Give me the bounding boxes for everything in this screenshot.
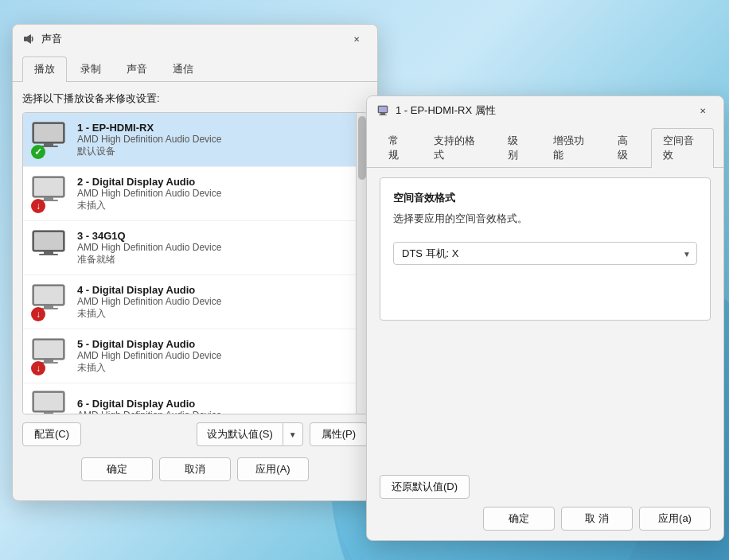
tab-enhancements[interactable]: 增强功能 (541, 128, 604, 167)
props-ok-row: 确定 取 消 应用(a) (380, 507, 711, 531)
svg-marker-1 (27, 34, 31, 44)
props-cancel-button[interactable]: 取 消 (561, 507, 633, 531)
device-item-3[interactable]: 3 - 34G1Q AMD High Definition Audio Devi… (23, 221, 367, 275)
instructions-text: 选择以下播放设备来修改设置: (22, 82, 368, 112)
device-name-2: 2 - Digital Display Audio (77, 176, 359, 188)
set-default-arrow-button[interactable]: ▼ (283, 422, 303, 446)
device-info-6: 6 - Digital Display Audio AMD High Defin… (77, 398, 359, 415)
props-ok-button[interactable]: 确定 (483, 507, 555, 531)
svg-rect-16 (44, 305, 53, 308)
svg-rect-23 (34, 393, 63, 410)
sound-dialog-title: 声音 (41, 32, 345, 46)
sound-titlebar-controls: ✕ (345, 30, 368, 48)
device-status-4: 未插入 (77, 307, 359, 321)
scrollbar-thumb[interactable] (358, 116, 366, 180)
device-status-2: 未插入 (77, 199, 359, 212)
props-icon (376, 104, 389, 117)
spatial-format-select[interactable]: DTS 耳机: X 关闭 Windows Sonic 耳机 (393, 242, 697, 265)
svg-rect-27 (379, 107, 387, 112)
props-tabs: 常规 支持的格式 级别 增强功能 高级 空间音效 (367, 125, 723, 168)
device-info-4: 4 - Digital Display Audio AMD High Defin… (77, 284, 359, 321)
props-dialog-content: 空间音效格式 选择要应用的空间音效格式。 DTS 耳机: X 关闭 Window… (367, 177, 723, 333)
device-item-5[interactable]: ↓ 5 - Digital Display Audio AMD High Def… (23, 329, 367, 383)
tab-sounds[interactable]: 声音 (115, 56, 159, 81)
svg-rect-0 (24, 37, 27, 41)
spatial-title: 空间音效格式 (393, 191, 697, 205)
props-apply-button[interactable]: 应用(a) (639, 507, 711, 531)
restore-btn-row: 还原默认值(D) (380, 475, 711, 499)
sound-dialog: 声音 ✕ 播放 录制 声音 通信 选择以下播放设备来修改设置: (12, 24, 378, 501)
device-driver-3: AMD High Definition Audio Device (77, 242, 359, 253)
device-info-2: 2 - Digital Display Audio AMD High Defin… (77, 176, 359, 212)
set-default-split: 设为默认值(S) ▼ (197, 422, 302, 446)
configure-button[interactable]: 配置(C) (22, 422, 81, 446)
svg-rect-12 (44, 251, 53, 254)
device-list-scrollbar[interactable] (356, 113, 367, 414)
svg-rect-24 (44, 412, 53, 414)
device-item-1[interactable]: ✓ 1 - EP-HDMI-RX AMD High Definition Aud… (23, 113, 367, 167)
svg-rect-3 (34, 124, 63, 142)
tab-playback[interactable]: 播放 (22, 56, 67, 82)
set-default-button[interactable]: 设为默认值(S) (197, 422, 282, 446)
footer-row-1: 配置(C) 设为默认值(S) ▼ 属性(P) (22, 422, 368, 446)
tab-general[interactable]: 常规 (376, 128, 420, 167)
device-driver-5: AMD High Definition Audio Device (77, 350, 359, 361)
status-badge-4: ↓ (31, 307, 45, 321)
properties-button[interactable]: 属性(P) (310, 422, 368, 446)
svg-rect-4 (44, 143, 53, 146)
device-name-5: 5 - Digital Display Audio (77, 338, 359, 350)
device-info-3: 3 - 34G1Q AMD High Definition Audio Devi… (77, 230, 359, 266)
ok-cancel-row: 确定 取消 应用(A) (22, 454, 368, 481)
device-driver-2: AMD High Definition Audio Device (77, 188, 359, 199)
props-dialog: 1 - EP-HDMI-RX 属性 ✕ 常规 支持的格式 级别 增强功能 高级 … (366, 95, 724, 541)
device-item-2[interactable]: ↓ 2 - Digital Display Audio AMD High Def… (23, 167, 367, 221)
svg-rect-7 (34, 178, 63, 196)
apply-button[interactable]: 应用(A) (237, 457, 309, 481)
tab-spatial[interactable]: 空间音效 (651, 128, 714, 168)
device-name-3: 3 - 34G1Q (77, 230, 359, 242)
device-icon-wrap-5: ↓ (31, 337, 69, 375)
tab-supported-formats[interactable]: 支持的格式 (422, 128, 495, 167)
device-icon-wrap-3 (31, 229, 69, 267)
ok-button[interactable]: 确定 (81, 457, 153, 481)
tab-advanced[interactable]: 高级 (606, 128, 649, 167)
sound-dialog-footer: 配置(C) 设为默认值(S) ▼ 属性(P) 确定 取消 应用(A) (22, 414, 368, 481)
spatial-section: 空间音效格式 选择要应用的空间音效格式。 DTS 耳机: X 关闭 Window… (380, 177, 711, 321)
svg-rect-11 (34, 232, 63, 250)
props-footer: 还原默认值(D) 确定 取 消 应用(a) (367, 465, 723, 540)
device-icon-wrap-6 (31, 390, 69, 414)
props-dialog-title: 1 - EP-HDMI-RX 属性 (396, 103, 692, 118)
tab-communications[interactable]: 通信 (161, 56, 205, 81)
device-info-5: 5 - Digital Display Audio AMD High Defin… (77, 338, 359, 375)
device-info-1: 1 - EP-HDMI-RX AMD High Definition Audio… (77, 122, 359, 158)
device-icon-wrap-2: ↓ (31, 175, 69, 213)
svg-rect-20 (44, 360, 53, 362)
device-name-4: 4 - Digital Display Audio (77, 284, 359, 296)
device-list: ✓ 1 - EP-HDMI-RX AMD High Definition Aud… (22, 112, 368, 414)
tab-levels[interactable]: 级别 (496, 128, 540, 167)
device-name-6: 6 - Digital Display Audio (77, 398, 359, 410)
props-dialog-titlebar: 1 - EP-HDMI-RX 属性 ✕ (367, 96, 723, 125)
cancel-button[interactable]: 取消 (159, 457, 231, 481)
svg-rect-29 (379, 115, 387, 115)
props-close-button[interactable]: ✕ (692, 102, 714, 119)
device-driver-6: AMD High Definition Audio Device (77, 410, 359, 415)
sound-tabs: 播放 录制 声音 通信 (13, 53, 377, 82)
sound-dialog-titlebar: 声音 ✕ (13, 25, 377, 53)
status-badge-5: ↓ (31, 361, 45, 375)
device-item-4[interactable]: ↓ 4 - Digital Display Audio AMD High Def… (23, 275, 367, 329)
device-status-3: 准备就绪 (77, 253, 359, 266)
tab-recording[interactable]: 录制 (68, 56, 113, 81)
device-status-5: 未插入 (77, 361, 359, 375)
restore-defaults-button[interactable]: 还原默认值(D) (380, 475, 470, 499)
device-icon-wrap-4: ↓ (31, 283, 69, 321)
device-item-6[interactable]: 6 - Digital Display Audio AMD High Defin… (23, 383, 367, 414)
device-icon-wrap-1: ✓ (31, 121, 69, 159)
svg-rect-28 (380, 113, 385, 115)
sound-dialog-content: 选择以下播放设备来修改设置: ✓ 1 - EP-HDMI-RX AMD High… (13, 82, 377, 491)
sound-close-button[interactable]: ✕ (345, 30, 368, 48)
monitor-icon-6 (31, 390, 66, 414)
device-name-1: 1 - EP-HDMI-RX (77, 122, 359, 134)
sound-icon (22, 33, 35, 45)
svg-rect-13 (39, 254, 58, 255)
